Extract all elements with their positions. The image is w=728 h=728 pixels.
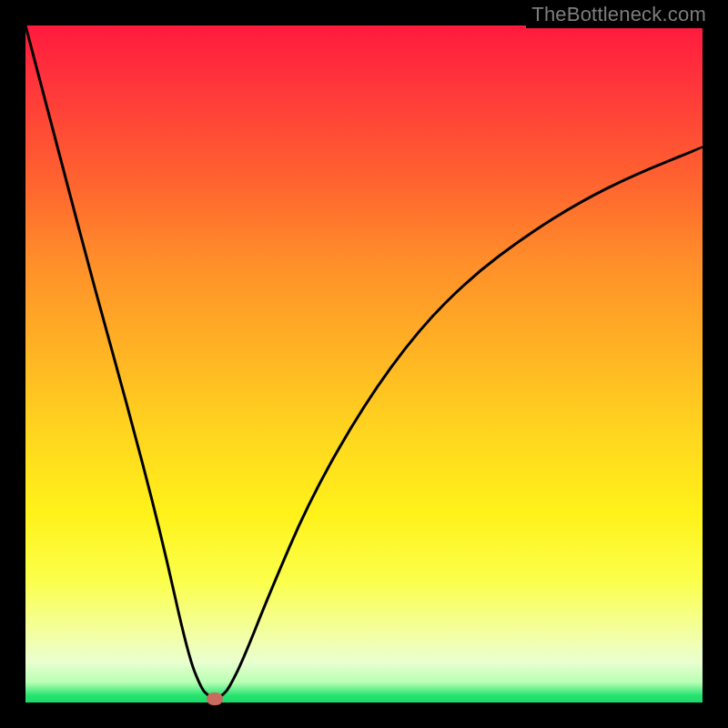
optimal-point-marker [207, 693, 223, 705]
chart-plot-area [25, 25, 703, 703]
curve-svg [25, 25, 703, 703]
curve-path [25, 25, 703, 698]
watermark-label: TheBottleneck.com [526, 1, 712, 28]
chart-frame: TheBottleneck.com [0, 0, 728, 728]
